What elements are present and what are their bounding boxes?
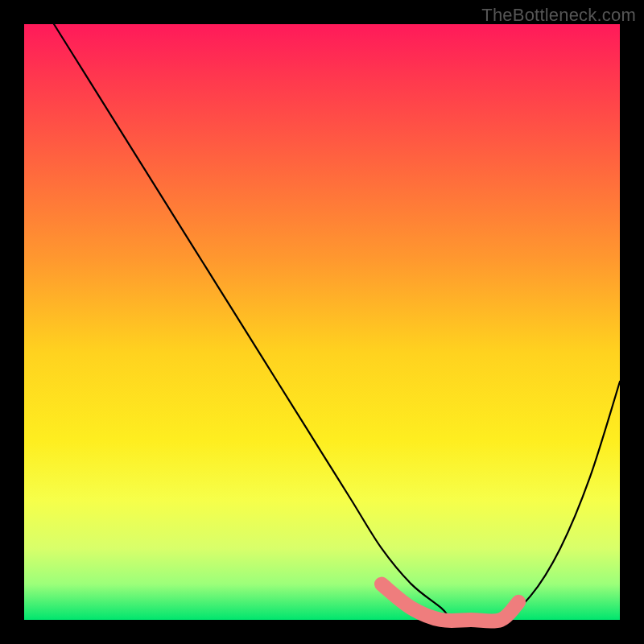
curve-path xyxy=(54,24,620,621)
chart-svg xyxy=(24,24,620,620)
bottleneck-curve xyxy=(54,24,620,621)
chart-frame xyxy=(24,24,620,620)
watermark-text: TheBottleneck.com xyxy=(481,5,636,26)
optimal-range-marker xyxy=(382,584,518,621)
marker-path xyxy=(382,584,518,621)
